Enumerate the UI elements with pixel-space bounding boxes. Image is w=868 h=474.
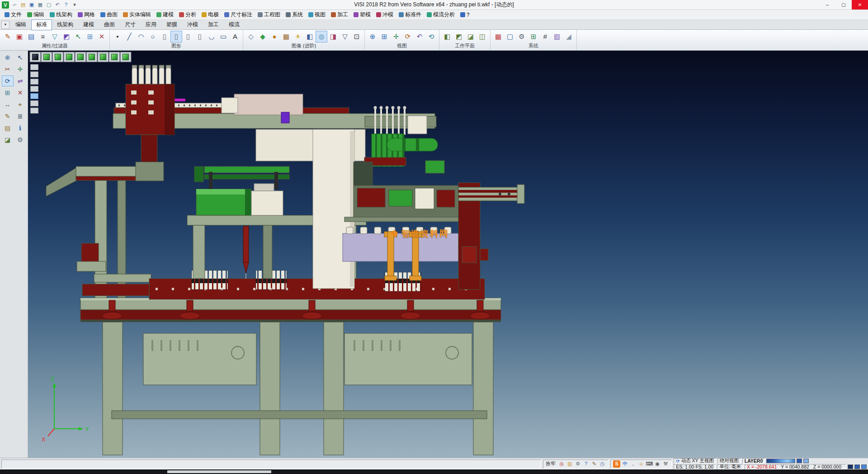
workplane-align-view-icon[interactable]: ◫ [476,31,488,43]
move-icon[interactable]: ✛ [14,64,26,75]
grid-icon[interactable]: ⊞ [528,31,539,43]
point-icon[interactable]: • [112,31,123,43]
palette-slot-3-button[interactable] [30,79,38,85]
delete-icon[interactable]: ✕ [14,87,26,98]
profile-icon[interactable]: ◡ [206,31,217,43]
tab-edit[interactable]: 编辑 [10,19,31,30]
mask-filter-icon[interactable]: ◩ [61,31,72,43]
view-reference[interactable]: 绝对视图 [717,458,741,464]
workplane-mini-icon[interactable]: ◪ [2,134,14,145]
palette-slot-6-button[interactable] [30,100,38,106]
tab-dimension[interactable]: 尺寸 [120,19,141,30]
menu-machining[interactable]: 加工 [328,10,351,19]
view-front-button[interactable] [98,52,108,62]
selection-arrow-icon[interactable]: ↖ [14,52,26,63]
menu-dimensioning[interactable]: 尺寸标注 [222,10,255,19]
color-gradient-bar[interactable] [766,459,795,463]
print-icon[interactable]: ▦ [36,1,44,9]
linetype-icon[interactable]: ≡ [37,31,49,43]
lighting-icon[interactable]: ☀ [292,31,304,43]
menu-file[interactable]: 文件 [2,10,24,19]
zoom-select-icon[interactable]: ⊕ [2,52,14,63]
zoom-extents-icon[interactable]: ⊕ [367,31,378,43]
color-swatch[interactable] [861,465,867,469]
zoom-window-icon[interactable]: ⊞ [378,31,390,43]
folder-ic­on[interactable]: ▥ [566,460,573,468]
view-orientation[interactable]: ⟳ 动态 XY 主视图 [674,458,716,464]
arc-icon[interactable]: ◠ [135,31,147,43]
table-icon[interactable]: ▥ [551,31,563,43]
menu-die[interactable]: 冲模 [373,10,396,19]
view-axonometric-button[interactable] [120,52,131,62]
layer-attr-icon[interactable]: ▤ [25,31,37,43]
menu-view[interactable]: 视图 [306,10,328,19]
help-icon[interactable]: ? [62,1,70,9]
workplane-standard-icon[interactable]: ◧ [441,31,453,43]
mic-icon[interactable]: ◉ [654,460,661,468]
copy-icon[interactable]: ⊞ [2,87,14,98]
options-gear-icon[interactable]: ⚙ [516,31,528,43]
workplane-3points-icon[interactable]: ◩ [453,31,465,43]
new-doc-icon[interactable]: ▱ [10,1,19,9]
attribute-edit-icon[interactable]: ✎ [2,31,14,43]
save-icon[interactable]: ▣ [28,1,36,9]
history-icon[interactable]: ◷ [599,460,606,468]
menu-edit[interactable]: 编辑 [24,10,47,19]
orbit-icon[interactable]: ⟳ [402,31,414,43]
display-settings-icon[interactable]: ▢ [504,31,516,43]
palette-slot-2-button[interactable] [30,71,38,77]
perspective-icon[interactable]: ▽ [339,31,351,43]
datum-icon[interactable]: ⌖ [14,99,26,110]
menu-wireframe[interactable]: 线架构 [47,10,75,19]
lang-zh-icon[interactable]: 中 [621,460,628,468]
line-icon[interactable]: ╱ [123,31,135,43]
section-icon[interactable]: ◧ [304,31,316,43]
view-top-button[interactable] [86,52,97,62]
menu-surface[interactable]: 曲面 [98,10,120,19]
taskbar-item[interactable] [167,470,271,473]
view-iso-front-right-button[interactable] [52,52,63,62]
menu-moldflow-analysis[interactable]: 模流分析 [424,10,458,19]
purge-icon[interactable]: ✕ [96,31,108,43]
rotate-icon[interactable]: ⟳ [2,76,14,86]
palette-slot-7-button[interactable] [30,108,38,114]
tab-moldflow[interactable]: 模流 [224,19,245,30]
color-swatch[interactable] [803,459,809,463]
text-entity-icon[interactable]: A [229,31,241,43]
menu-analysis[interactable]: 分析 [176,10,199,19]
rendered-view-icon[interactable]: ● [269,31,280,43]
menu-mold[interactable]: 塑模 [351,10,373,19]
menu-standard-parts[interactable]: 标准件 [396,10,424,19]
previous-view-icon[interactable]: ↶ [414,31,425,43]
menu-drafting[interactable]: 工程图 [255,10,283,19]
mirror-icon[interactable]: ⇌ [14,76,26,86]
cylinder-icon[interactable]: ▯ [159,31,170,43]
sogou-logo[interactable]: S [613,460,620,468]
view-iso-front-left-button[interactable] [41,52,52,62]
tab-die[interactable]: 冲模 [182,19,203,30]
layer-indicator[interactable]: LAYER0 [742,458,765,464]
block-icon[interactable]: ▯ [170,31,182,43]
customize-arrow-icon[interactable]: ▾ [71,1,79,9]
tab-machining[interactable]: 加工 [203,19,224,30]
emoji-icon[interactable]: ☺ [637,460,645,468]
snapshot-icon[interactable]: ⊡ [351,31,363,43]
tab-application[interactable]: 应用 [141,19,161,30]
color-attr-icon[interactable]: ▣ [14,31,25,43]
measure-icon[interactable]: ↔ [2,99,14,110]
menu-system[interactable]: 系统 [283,10,306,19]
layers-icon[interactable]: ≣ [14,111,26,122]
wireframe-view-icon[interactable]: ◇ [245,31,257,43]
minimize-button[interactable]: – [819,0,835,9]
close-button[interactable]: ✕ [852,0,868,9]
keyboard-icon[interactable]: ⌨ [646,460,653,468]
slot-icon[interactable]: ▭ [217,31,229,43]
tab-wireframe[interactable]: 线架构 [52,19,78,30]
wrench-icon[interactable]: ⚒ [662,460,669,468]
menu-solid-edit[interactable]: 实体编辑 [120,10,154,19]
texture-icon[interactable]: ▦ [280,31,292,43]
snap-target-icon[interactable]: ◎ [558,460,565,468]
view-current-button[interactable] [30,52,41,62]
screen-icon[interactable]: ▢ [45,1,53,9]
menu-electrode[interactable]: 电极 [199,10,222,19]
